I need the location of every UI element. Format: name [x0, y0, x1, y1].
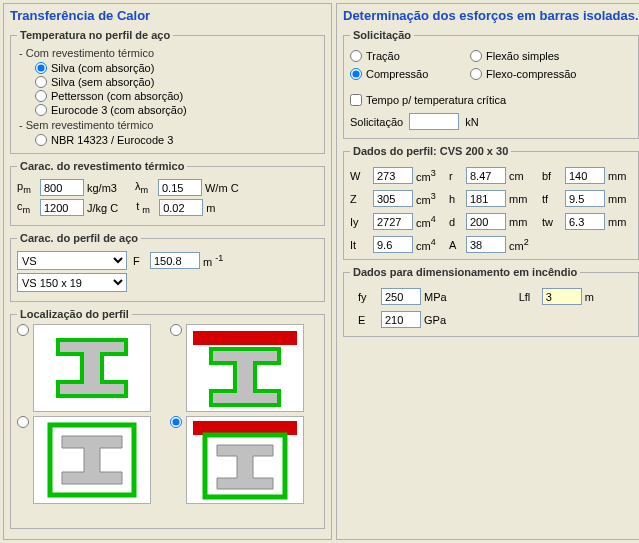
profile-select[interactable]: VS 150 x 19 [17, 273, 127, 292]
Z-input[interactable] [373, 190, 413, 207]
series-select[interactable]: VS [17, 251, 127, 270]
pm-input[interactable] [40, 179, 84, 196]
radio-silva-noabs-input[interactable] [35, 76, 47, 88]
W-label: W [350, 170, 370, 182]
loc-radio-3[interactable] [17, 416, 29, 428]
panel-title-right: Determinação dos esforços em barras isol… [343, 8, 639, 23]
E-label: E [358, 314, 378, 326]
pm-unit: kg/m3 [87, 182, 117, 194]
radio-flexao-label: Flexão simples [486, 50, 559, 62]
W-input[interactable] [373, 167, 413, 184]
h-input[interactable] [466, 190, 506, 207]
A-unit: cm2 [509, 237, 539, 252]
bf-input[interactable] [565, 167, 605, 184]
Lfl-label: Lfl [519, 291, 539, 303]
radio-pettersson[interactable]: Pettersson (com absorção) [35, 89, 318, 103]
location-legend: Localização do perfil [17, 308, 132, 320]
radio-pettersson-label: Pettersson (com absorção) [51, 90, 183, 102]
pm-label: pm [17, 180, 37, 195]
F-input[interactable] [150, 252, 200, 269]
radio-silva-abs-label: Silva (com absorção) [51, 62, 154, 74]
Lfl-unit: m [585, 291, 594, 303]
Z-label: Z [350, 193, 370, 205]
d-input[interactable] [466, 213, 506, 230]
d-label: d [449, 216, 463, 228]
temperature-legend: Temperatura no perfil de aço [17, 29, 173, 41]
coating-legend: Carac. do revestimento térmico [17, 160, 187, 172]
It-unit: cm4 [416, 237, 446, 252]
Lfl-input[interactable] [542, 288, 582, 305]
radio-silva-abs[interactable]: Silva (com absorção) [35, 61, 318, 75]
radio-pettersson-input[interactable] [35, 90, 47, 102]
forces-panel: Determinação dos esforços em barras isol… [336, 3, 639, 540]
solicit-input[interactable] [409, 113, 459, 130]
radio-tracao[interactable]: Tração [350, 49, 470, 63]
radio-compressao[interactable]: Compressão [350, 67, 470, 81]
radio-silva-abs-input[interactable] [35, 62, 47, 74]
Z-unit: cm3 [416, 191, 446, 206]
h-label: h [449, 193, 463, 205]
radio-silva-noabs[interactable]: Silva (sem absorção) [35, 75, 318, 89]
h-unit: mm [509, 193, 539, 205]
lambda-unit: W/m C [205, 182, 239, 194]
Iy-input[interactable] [373, 213, 413, 230]
tempo-critico-checkbox[interactable] [350, 94, 362, 106]
fy-label: fy [358, 291, 378, 303]
E-input[interactable] [381, 311, 421, 328]
solicit-label: Solicitação [350, 116, 403, 128]
cm-unit: J/kg C [87, 202, 118, 214]
tm-unit: m [206, 202, 215, 214]
profile-data-group: Dados do perfil: CVS 200 x 30 W cm3 r cm… [343, 145, 639, 260]
coating-group: Carac. do revestimento térmico pm kg/m3 … [10, 160, 325, 226]
design-group: Dados para dimensionamento em incêndio f… [343, 266, 639, 337]
radio-compressao-input[interactable] [350, 68, 362, 80]
It-label: It [350, 239, 370, 251]
tf-input[interactable] [565, 190, 605, 207]
radio-flexao-input[interactable] [470, 50, 482, 62]
fy-input[interactable] [381, 288, 421, 305]
radio-nbr-label: NBR 14323 / Eurocode 3 [51, 134, 173, 146]
radio-silva-noabs-label: Silva (sem absorção) [51, 76, 154, 88]
profile-box-exposed [33, 416, 151, 504]
cm-input[interactable] [40, 199, 84, 216]
radio-flexocomp-input[interactable] [470, 68, 482, 80]
d-unit: mm [509, 216, 539, 228]
tw-label: tw [542, 216, 562, 228]
solicitation-legend: Solicitação [350, 29, 414, 41]
radio-tracao-label: Tração [366, 50, 400, 62]
It-input[interactable] [373, 236, 413, 253]
loc-radio-2[interactable] [170, 324, 182, 336]
radio-tracao-input[interactable] [350, 50, 362, 62]
solicit-unit: kN [465, 116, 478, 128]
without-coating-label: - Sem revestimento térmico [19, 119, 318, 131]
ibeam-box-slab-icon [187, 417, 303, 503]
loc-radio-1[interactable] [17, 324, 29, 336]
ibeam-contour-icon [34, 325, 150, 411]
location-group: Localização do perfil [10, 308, 325, 529]
radio-eurocode[interactable]: Eurocode 3 (com absorção) [35, 103, 318, 117]
fy-unit: MPa [424, 291, 447, 303]
lambda-input[interactable] [158, 179, 202, 196]
radio-flexao[interactable]: Flexão simples [470, 49, 576, 63]
tw-input[interactable] [565, 213, 605, 230]
radio-nbr[interactable]: NBR 14323 / Eurocode 3 [35, 133, 318, 147]
panel-title-left: Transferência de Calor [10, 8, 325, 23]
tf-label: tf [542, 193, 562, 205]
heat-transfer-panel: Transferência de Calor Temperatura no pe… [3, 3, 332, 540]
radio-flexocomp[interactable]: Flexo-compressão [470, 67, 576, 81]
A-input[interactable] [466, 236, 506, 253]
lambda-label: λm [135, 180, 155, 195]
radio-eurocode-input[interactable] [35, 104, 47, 116]
tw-unit: mm [608, 216, 632, 228]
tm-input[interactable] [159, 199, 203, 216]
radio-nbr-input[interactable] [35, 134, 47, 146]
W-unit: cm3 [416, 168, 446, 183]
tempo-critico-check-row[interactable]: Tempo p/ temperatura crítica [350, 93, 632, 107]
loc-radio-4[interactable] [170, 416, 182, 428]
tf-unit: mm [608, 193, 632, 205]
solicitation-group: Solicitação Tração Compressão Flexão sim… [343, 29, 639, 139]
r-input[interactable] [466, 167, 506, 184]
A-label: A [449, 239, 463, 251]
steel-profile-legend: Carac. do perfil de aço [17, 232, 141, 244]
bf-unit: mm [608, 170, 632, 182]
